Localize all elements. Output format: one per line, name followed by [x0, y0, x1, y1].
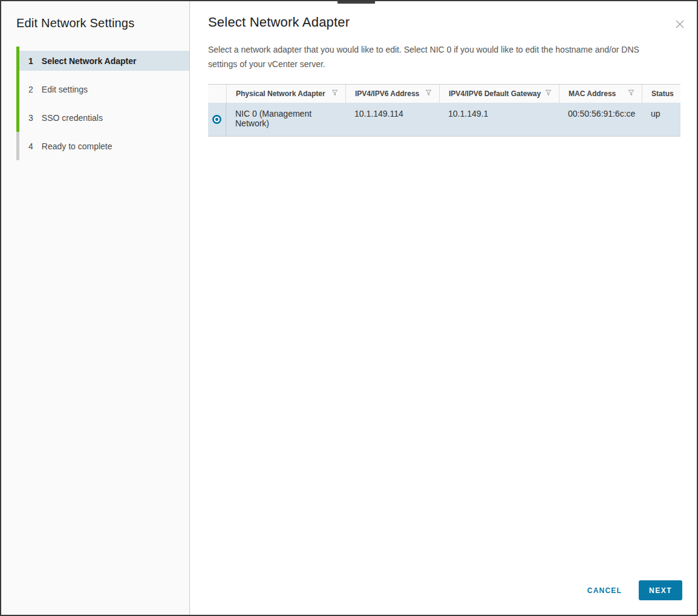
- header-cell-status[interactable]: Status: [642, 85, 680, 103]
- cell-mac-address: 00:50:56:91:6c:ce: [559, 103, 642, 136]
- header-cell-ipv4-ipv6-default-gateway[interactable]: IPV4/IPV6 Default Gateway: [439, 85, 559, 103]
- wizard-step-list: 1 Select Network Adapter 2 Edit settings…: [16, 47, 189, 160]
- cell-physical-network-adapter: NIC 0 (Management Network): [226, 103, 345, 136]
- top-edge-artifact: [338, 1, 375, 4]
- header-cell-radio: [208, 85, 226, 103]
- cancel-button[interactable]: CANCEL: [587, 586, 622, 595]
- cell-ipv4-ipv6-default-gateway: 10.1.149.1: [439, 103, 559, 136]
- step-label: Ready to complete: [42, 141, 113, 151]
- step-body: 1 Select Network Adapter: [19, 51, 189, 71]
- step-body: 2 Edit settings: [19, 79, 189, 99]
- step-label: Edit settings: [42, 85, 88, 94]
- step-select-network-adapter[interactable]: 1 Select Network Adapter: [16, 47, 189, 75]
- filter-icon[interactable]: [331, 89, 338, 98]
- column-label: Status: [651, 89, 674, 98]
- wizard-footer: CANCEL NEXT: [587, 580, 682, 600]
- step-body: 4 Ready to complete: [19, 136, 189, 156]
- next-button[interactable]: NEXT: [639, 580, 682, 600]
- network-adapter-table: Physical Network Adapter IPV4/IPV6 Addre…: [208, 84, 680, 137]
- wizard-sidebar: Edit Network Settings 1 Select Network A…: [1, 1, 190, 615]
- column-label: IPV4/IPV6 Address: [355, 89, 419, 98]
- table-header-row: Physical Network Adapter IPV4/IPV6 Addre…: [208, 85, 680, 103]
- header-cell-mac-address[interactable]: MAC Address: [559, 85, 642, 103]
- step-sso-credentials[interactable]: 3 SSO credentials: [16, 103, 189, 132]
- column-label: IPV4/IPV6 Default Gateway: [449, 89, 541, 98]
- filter-icon[interactable]: [545, 89, 552, 98]
- page-title: Select Network Adapter: [208, 15, 680, 30]
- step-body: 3 SSO credentials: [19, 108, 189, 128]
- edit-network-settings-dialog: { "sidebar": { "title": "Edit Network Se…: [0, 0, 698, 616]
- row-radio-cell: [208, 103, 226, 136]
- table-row-nic0[interactable]: NIC 0 (Management Network) 10.1.149.114 …: [208, 103, 680, 137]
- cell-status: up: [642, 103, 680, 136]
- wizard-main-panel: Select Network Adapter Select a network …: [191, 1, 697, 615]
- description-line: Select a network adapter that you would …: [208, 42, 680, 57]
- column-label: MAC Address: [569, 89, 616, 98]
- column-label: Physical Network Adapter: [236, 89, 325, 98]
- header-cell-ipv4-ipv6-address[interactable]: IPV4/IPV6 Address: [345, 85, 439, 103]
- close-icon[interactable]: [673, 17, 687, 31]
- description-line: settings of your vCenter server.: [208, 57, 680, 71]
- radio-selected-icon[interactable]: [212, 115, 221, 124]
- step-number: 4: [28, 141, 33, 151]
- dialog-title: Edit Network Settings: [16, 16, 189, 30]
- step-number: 2: [28, 85, 33, 94]
- header-cell-physical-network-adapter[interactable]: Physical Network Adapter: [226, 85, 345, 103]
- step-label: Select Network Adapter: [42, 56, 137, 66]
- filter-icon[interactable]: [628, 89, 634, 98]
- cell-ipv4-ipv6-address: 10.1.149.114: [345, 103, 439, 136]
- step-description: Select a network adapter that you would …: [208, 42, 680, 71]
- step-ready-to-complete[interactable]: 4 Ready to complete: [16, 132, 189, 160]
- step-number: 3: [28, 113, 33, 123]
- step-label: SSO credentials: [42, 113, 103, 123]
- filter-icon[interactable]: [425, 89, 432, 98]
- step-number: 1: [28, 56, 33, 66]
- step-edit-settings[interactable]: 2 Edit settings: [16, 75, 189, 103]
